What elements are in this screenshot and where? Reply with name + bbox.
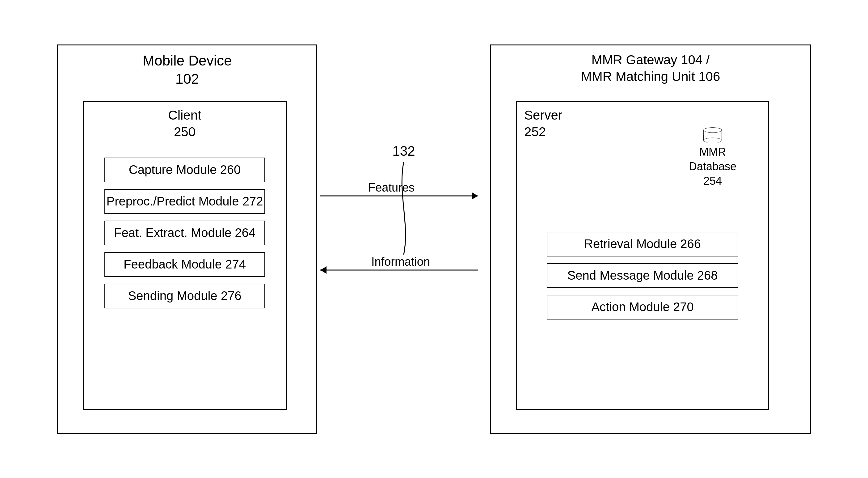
client-label: Client 250 <box>84 107 286 141</box>
database-label: MMR Database 254 <box>689 145 736 188</box>
connections-svg: 132 Features Information <box>317 44 490 434</box>
svg-point-4 <box>704 127 722 132</box>
mmr-gateway-title: MMR Gateway 104 / <box>592 53 710 67</box>
client-box: Client 250 Capture Module 260 Preproc./P… <box>83 101 287 410</box>
diagram: Mobile Device 102 Client 250 Capture Mod… <box>32 23 836 455</box>
server-title: Server <box>524 108 562 122</box>
send-message-module: Send Message Module 268 <box>547 263 738 288</box>
sending-module: Sending Module 276 <box>104 283 265 308</box>
client-title: Client <box>168 108 201 122</box>
connection-curve <box>402 162 406 255</box>
mobile-device-title: Mobile Device <box>143 53 232 68</box>
database-cylinder-svg <box>682 127 744 143</box>
mobile-device-number: 102 <box>176 71 199 87</box>
features-arrowhead <box>472 192 478 200</box>
mmr-gateway-subtitle: MMR Matching Unit 106 <box>581 69 720 84</box>
client-number: 250 <box>174 124 195 139</box>
mmr-gateway-box: MMR Gateway 104 / MMR Matching Unit 106 … <box>490 44 811 434</box>
connection-number-label: 132 <box>392 143 415 158</box>
retrieval-module: Retrieval Module 266 <box>547 232 738 257</box>
server-modules: Retrieval Module 266 Send Message Module… <box>517 232 768 320</box>
information-label: Information <box>371 255 430 268</box>
mobile-device-box: Mobile Device 102 Client 250 Capture Mod… <box>57 44 317 434</box>
server-number: 252 <box>524 124 546 139</box>
database: MMR Database 254 <box>682 127 744 188</box>
feat-extract-module: Feat. Extract. Module 264 <box>104 220 265 245</box>
feedback-module: Feedback Module 274 <box>104 252 265 277</box>
svg-point-2 <box>704 138 722 143</box>
server-box: Server 252 MMR Database <box>516 101 769 410</box>
mobile-device-label: Mobile Device 102 <box>58 52 316 89</box>
features-label: Features <box>368 181 414 194</box>
action-module: Action Module 270 <box>547 295 738 320</box>
capture-module: Capture Module 260 <box>104 157 265 182</box>
information-arrowhead <box>320 266 327 274</box>
preproc-module: Preproc./Predict Module 272 <box>104 189 265 214</box>
mmr-gateway-label: MMR Gateway 104 / MMR Matching Unit 106 <box>491 52 810 85</box>
client-modules: Capture Module 260 Preproc./Predict Modu… <box>84 157 286 308</box>
